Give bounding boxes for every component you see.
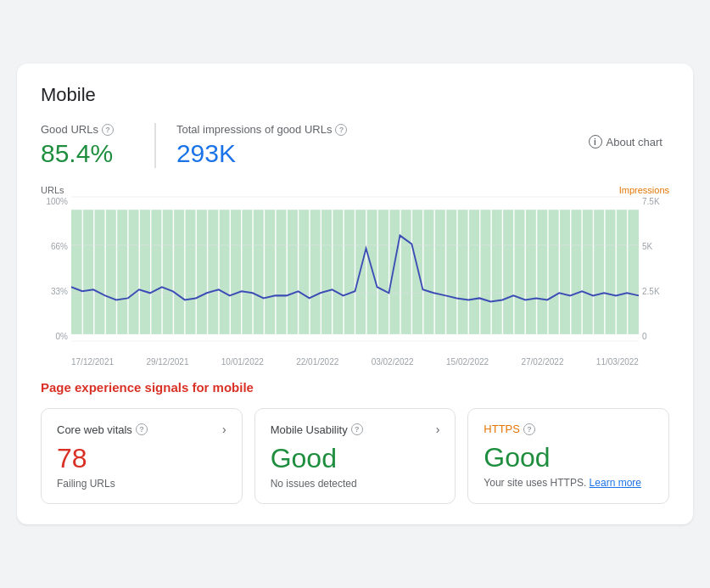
impressions-help-icon[interactable]: ? — [335, 124, 347, 136]
y-right-tick-3: 0 — [642, 332, 647, 341]
chart-inner — [71, 197, 639, 341]
signal-title-2: HTTPS ? — [484, 423, 535, 435]
x-label-7: 11/03/2022 — [596, 357, 639, 367]
signal-card-mobile-usability[interactable]: Mobile Usability ? › Good No issues dete… — [254, 408, 456, 504]
signals-section-title: Page experience signals for mobile — [41, 380, 669, 395]
signal-card-core-web-vitals[interactable]: Core web vitals ? › 78 Failing URLs — [41, 408, 243, 504]
x-label-5: 15/02/2022 — [446, 357, 489, 367]
about-chart-button[interactable]: i About chart — [582, 132, 670, 152]
page-title: Mobile — [41, 84, 669, 106]
good-urls-help-icon[interactable]: ? — [102, 124, 114, 136]
y-left-axis-label: URLs — [41, 185, 64, 195]
about-chart-icon: i — [589, 135, 602, 148]
https-help-icon[interactable]: ? — [523, 423, 535, 435]
y-axis-left: 100% 66% 33% 0% — [41, 197, 71, 341]
chart-area: URLs Impressions 100% 66% 33% 0% 7.5K 5K… — [41, 185, 669, 367]
metrics-row: Good URLs ? 85.4% Total impressions of g… — [41, 123, 669, 168]
signal-card-https: HTTPS ? Good Your site uses HTTPS. Learn… — [467, 408, 669, 504]
mobile-usability-value: Good — [271, 443, 440, 474]
y-axis-right: 7.5K 5K 2.5K 0 — [639, 197, 669, 341]
good-urls-metric: Good URLs ? 85.4% — [41, 123, 134, 168]
chart-svg — [71, 197, 639, 341]
mobile-usability-help-icon[interactable]: ? — [351, 423, 363, 435]
https-subtitle: Your site uses HTTPS. Learn more — [484, 477, 653, 489]
x-axis-labels: 17/12/2021 29/12/2021 10/01/2022 22/01/2… — [71, 343, 639, 367]
chart-axis-labels: URLs Impressions — [41, 185, 669, 195]
core-web-vitals-subtitle: Failing URLs — [57, 478, 226, 490]
x-label-0: 17/12/2021 — [71, 357, 114, 367]
x-label-6: 27/02/2022 — [521, 357, 563, 367]
chevron-right-icon-1: › — [436, 423, 440, 436]
impressions-metric: Total impressions of good URLs ? 293K — [154, 123, 368, 168]
y-right-tick-2: 2.5K — [642, 287, 660, 296]
signal-title-1: Mobile Usability ? — [271, 423, 363, 436]
x-label-4: 03/02/2022 — [372, 357, 414, 367]
https-value: Good — [484, 442, 653, 473]
signal-header-1: Mobile Usability ? › — [271, 423, 440, 436]
chart-wrapper: 100% 66% 33% 0% 7.5K 5K 2.5K 0 — [41, 197, 669, 367]
signal-header-2: HTTPS ? — [484, 423, 653, 435]
y-right-axis-label: Impressions — [619, 185, 669, 195]
y-left-tick-2: 33% — [51, 287, 68, 296]
impressions-label: Total impressions of good URLs ? — [176, 123, 348, 136]
chevron-right-icon-0: › — [222, 423, 226, 436]
learn-more-link[interactable]: Learn more — [590, 477, 641, 489]
core-web-vitals-help-icon[interactable]: ? — [136, 423, 148, 435]
y-right-tick-1: 5K — [642, 242, 652, 251]
signals-grid: Core web vitals ? › 78 Failing URLs Mobi… — [41, 408, 669, 504]
y-right-tick-0: 7.5K — [642, 197, 660, 206]
mobile-usability-subtitle: No issues detected — [271, 478, 440, 490]
main-card: Mobile Good URLs ? 85.4% Total impressio… — [17, 64, 693, 524]
x-label-2: 10/01/2022 — [221, 357, 264, 367]
signal-header-0: Core web vitals ? › — [57, 423, 226, 436]
x-label-1: 29/12/2021 — [146, 357, 188, 367]
signal-title-0: Core web vitals ? — [57, 423, 148, 436]
https-title: HTTPS — [484, 423, 520, 435]
impressions-value: 293K — [176, 139, 348, 168]
good-urls-value: 85.4% — [41, 139, 114, 168]
core-web-vitals-value: 78 — [57, 443, 226, 474]
good-urls-label: Good URLs ? — [41, 123, 114, 136]
y-left-tick-1: 66% — [51, 242, 68, 251]
x-label-3: 22/01/2022 — [296, 357, 338, 367]
y-left-tick-0: 100% — [46, 197, 68, 206]
y-left-tick-3: 0% — [56, 332, 68, 341]
